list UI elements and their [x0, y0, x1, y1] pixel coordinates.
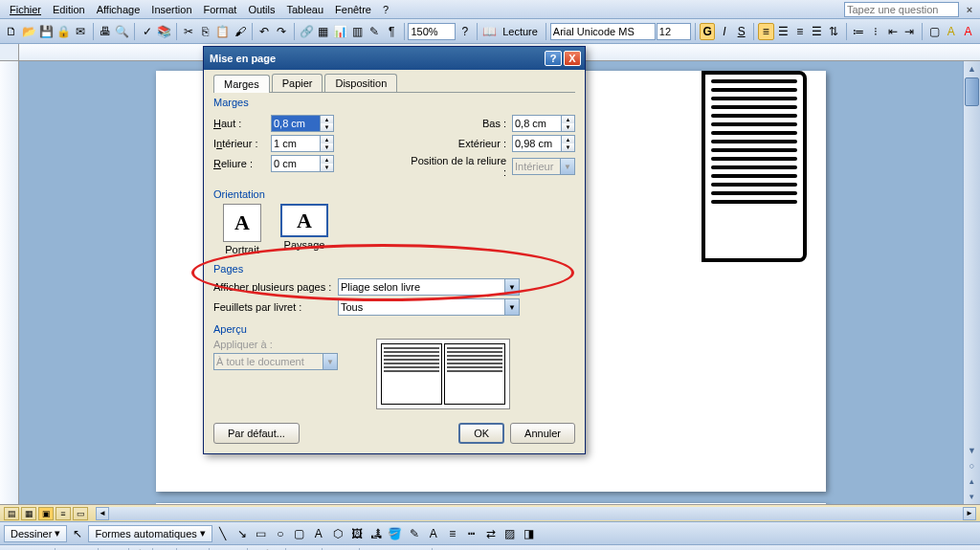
permission-icon[interactable]: 🔒 [56, 23, 72, 40]
print-view-icon[interactable]: ▣ [38, 507, 54, 520]
annuler-button[interactable]: Annuler [510, 423, 575, 444]
italic-button[interactable]: I [716, 23, 732, 40]
next-page-icon[interactable]: ▾ [964, 489, 980, 504]
dessiner-menu[interactable]: Dessiner ▾ [4, 525, 67, 542]
excel-icon[interactable]: 📊 [332, 23, 348, 40]
int-spinner[interactable]: ▲▼ [321, 135, 334, 152]
outline-view-icon[interactable]: ≡ [56, 507, 71, 520]
print-icon[interactable]: 🖶 [97, 23, 113, 40]
feuillets-select[interactable]: Tous▼ [338, 298, 520, 316]
ok-button[interactable]: OK [458, 423, 504, 444]
line-icon[interactable]: ╲ [214, 525, 232, 542]
diagram-icon[interactable]: ⬡ [329, 525, 346, 542]
new-doc-icon[interactable]: 🗋 [4, 23, 20, 40]
help-icon[interactable]: ? [457, 23, 473, 40]
align-right-icon[interactable]: ≡ [791, 23, 808, 40]
menu-affichage[interactable]: Affichage [91, 2, 146, 17]
dialog-close-button[interactable]: X [564, 51, 581, 66]
doc-close-icon[interactable]: × [963, 3, 976, 16]
indent-icon[interactable]: ⇥ [902, 23, 918, 40]
bas-input[interactable] [512, 115, 562, 132]
picture-icon[interactable]: 🏞 [368, 525, 385, 542]
vertical-scrollbar[interactable]: ▲ ▼ ○ ▴ ▾ [963, 61, 980, 504]
paste-icon[interactable]: 📋 [214, 23, 231, 40]
columns-icon[interactable]: ▥ [349, 23, 366, 40]
align-justify-icon[interactable]: ☰ [809, 23, 825, 40]
read-icon[interactable]: 📖 [481, 23, 498, 40]
redo-icon[interactable]: ↷ [274, 23, 290, 40]
ask-question-input[interactable] [844, 2, 959, 17]
bullets-icon[interactable]: ⁝ [867, 23, 883, 40]
line-color-icon[interactable]: ✎ [406, 525, 423, 542]
line-spacing-icon[interactable]: ⇅ [826, 23, 842, 40]
interieur-input[interactable] [271, 135, 321, 152]
preview-icon[interactable]: 🔍 [114, 23, 130, 40]
tab-papier[interactable]: Papier [272, 74, 323, 92]
scroll-up-icon[interactable]: ▲ [964, 61, 980, 77]
menu-help[interactable]: ? [377, 2, 394, 17]
web-view-icon[interactable]: ▦ [21, 507, 36, 520]
prev-page-icon[interactable]: ▴ [964, 473, 980, 489]
numbering-icon[interactable]: ≔ [851, 23, 867, 40]
align-center-icon[interactable]: ☰ [775, 23, 791, 40]
align-left-icon[interactable]: ≡ [758, 23, 774, 40]
vertical-ruler[interactable] [0, 61, 19, 504]
tab-selector[interactable] [0, 44, 19, 60]
orient-portrait[interactable]: A Portrait [223, 204, 261, 255]
multi-pages-select[interactable]: Pliage selon livre▼ [338, 278, 520, 296]
underline-button[interactable]: S [733, 23, 749, 40]
menu-outils[interactable]: Outils [242, 2, 280, 17]
menu-insertion[interactable]: Insertion [145, 2, 197, 17]
arrow-icon[interactable]: ↘ [234, 525, 251, 542]
undo-icon[interactable]: ↶ [256, 23, 273, 40]
browse-object-icon[interactable]: ○ [964, 458, 980, 473]
dialog-help-button[interactable]: ? [545, 51, 562, 66]
reliure-input[interactable] [271, 155, 321, 172]
menu-format[interactable]: Format [198, 2, 243, 17]
doc-map-icon[interactable]: ¶ [384, 23, 400, 40]
horizontal-scrollbar[interactable]: ◄ ► [96, 507, 976, 520]
font-color-icon[interactable]: A [960, 23, 976, 40]
reading-view-icon[interactable]: ▭ [73, 507, 88, 520]
link-icon[interactable]: 🔗 [299, 23, 315, 40]
outdent-icon[interactable]: ⇤ [884, 23, 901, 40]
scroll-down-icon[interactable]: ▼ [964, 443, 980, 458]
font-combo[interactable] [550, 23, 656, 40]
clipart-icon[interactable]: 🖼 [348, 525, 366, 542]
bas-spinner[interactable]: ▲▼ [562, 115, 575, 132]
bold-button[interactable]: G [700, 23, 716, 40]
hscroll-left-icon[interactable]: ◄ [96, 507, 109, 520]
drawing-icon[interactable]: ✎ [367, 23, 383, 40]
arrow-style-icon[interactable]: ⇄ [482, 525, 500, 542]
save-icon[interactable]: 💾 [38, 23, 55, 40]
ext-spinner[interactable]: ▲▼ [562, 135, 575, 152]
menu-edition[interactable]: Edition [47, 2, 91, 17]
select-objects-icon[interactable]: ↖ [69, 525, 86, 542]
normal-view-icon[interactable]: ▤ [4, 507, 19, 520]
spell-icon[interactable]: ✓ [139, 23, 155, 40]
haut-spinner[interactable]: ▲▼ [321, 115, 334, 132]
format-painter-icon[interactable]: 🖌 [232, 23, 248, 40]
mail-icon[interactable]: ✉ [73, 23, 89, 40]
exterieur-input[interactable] [512, 135, 562, 152]
open-icon[interactable]: 📂 [21, 23, 37, 40]
oval-icon[interactable]: ○ [272, 525, 289, 542]
fill-color-icon[interactable]: 🪣 [387, 525, 404, 542]
3d-icon[interactable]: ◨ [521, 525, 538, 542]
zoom-combo[interactable] [408, 23, 456, 40]
rect-icon[interactable]: ▭ [253, 525, 270, 542]
borders-icon[interactable]: ▢ [926, 23, 943, 40]
dash-style-icon[interactable]: ┅ [463, 525, 480, 542]
reliure-spinner[interactable]: ▲▼ [321, 155, 334, 172]
haut-input[interactable] [271, 115, 321, 132]
document-page-2[interactable] [156, 503, 826, 504]
copy-icon[interactable]: ⎘ [198, 23, 214, 40]
scroll-thumb[interactable] [965, 77, 979, 106]
menu-tableau[interactable]: Tableau [281, 2, 330, 17]
highlight-icon[interactable]: A [943, 23, 959, 40]
font-color2-icon[interactable]: A [425, 525, 442, 542]
autoshapes-menu[interactable]: Formes automatiques ▾ [88, 525, 212, 542]
table-icon[interactable]: ▦ [316, 23, 332, 40]
hscroll-right-icon[interactable]: ► [963, 507, 976, 520]
dialog-titlebar[interactable]: Mise en page ? X [204, 47, 585, 70]
